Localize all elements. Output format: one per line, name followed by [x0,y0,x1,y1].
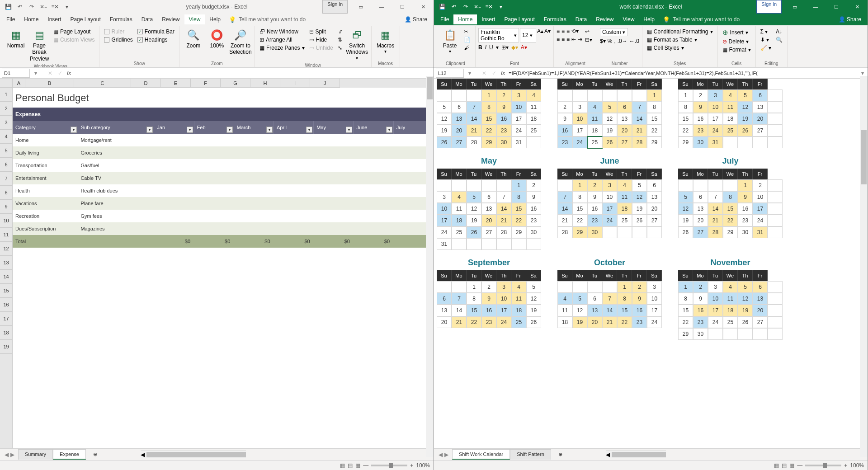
calendar-day[interactable]: 2 [481,281,496,293]
calendar-day[interactable]: 5 [467,191,481,203]
row-header[interactable]: 2 [0,102,12,116]
tab-insert[interactable]: Insert [43,14,66,24]
calendar-day[interactable]: 21 [632,125,647,136]
calendar-day[interactable]: 16 [481,305,496,316]
calendar-day[interactable]: 22 [481,125,496,136]
calendar-day[interactable]: 18 [511,305,526,316]
calendar-day[interactable]: 31 [708,136,723,148]
calendar-day[interactable]: 26 [738,125,753,136]
calendar-day[interactable]: 29 [511,226,526,238]
reset-position-icon[interactable]: ⤡ [336,44,345,52]
calendar-day[interactable]: 20 [647,203,662,215]
calendar-day[interactable]: 7 [632,101,647,113]
zoom-level[interactable]: 100% [416,462,430,469]
calendar-day[interactable]: 4 [452,191,467,203]
tab-insert[interactable]: Insert [477,14,500,24]
sync-scroll-icon[interactable]: ⇅ [336,36,345,43]
page-layout-button[interactable]: ▦ Page Layout [52,28,96,35]
calendar-day[interactable]: 28 [557,226,572,238]
row-header[interactable]: 8 [0,186,12,200]
calendar-day[interactable]: 10 [647,293,662,305]
formula-input[interactable] [507,69,858,78]
view-pagelayout-icon[interactable]: ▤ [348,462,353,469]
arrange-all-button[interactable]: ⊞ Arrange All [258,36,307,43]
calendar-day[interactable] [693,179,708,191]
decrease-font-icon[interactable]: A▾ [544,28,551,42]
calendar-day[interactable]: 19 [526,305,541,316]
calendar-day[interactable]: 30 [587,226,602,238]
calendar-day[interactable]: 21 [708,215,723,226]
clear-button[interactable]: 🧹 ▾ [759,44,773,52]
calendar-day[interactable]: 3 [572,101,587,113]
insert-cells-button[interactable]: ⊕ Insert ▾ [721,28,753,37]
calendar-day[interactable]: 15 [723,203,738,215]
ribbon-options-icon[interactable]: ▭ [784,0,805,14]
close-icon[interactable]: ✕ [847,0,868,14]
calendar-day[interactable]: 3 [437,191,452,203]
calendar-day[interactable]: 22 [647,125,662,136]
wrap-text-button[interactable]: ↩ [583,28,594,35]
sheet-nav-prev-icon[interactable]: ◀ [5,451,9,458]
formula-input[interactable] [73,69,434,78]
calendar-day[interactable] [647,226,662,238]
calendar-day[interactable]: 14 [496,203,511,215]
calendar-day[interactable] [632,89,647,101]
calendar-day[interactable]: 22 [617,316,632,328]
calendar-day[interactable]: 24 [647,316,662,328]
calendar-day[interactable]: 23 [526,215,541,226]
underline-button[interactable]: U [489,44,493,51]
calendar-day[interactable]: 2 [587,179,602,191]
calendar-day[interactable] [753,328,768,340]
horizontal-scrollbar[interactable]: ◀ [606,451,666,458]
fill-color-button[interactable]: ◆▾ [511,44,518,51]
enter-formula-icon[interactable]: ✓ [55,69,65,78]
filter-dropdown-icon[interactable]: ▾ [146,127,153,133]
calendar-day[interactable]: 16 [693,113,708,125]
calendar-day[interactable]: 5 [437,101,452,113]
calendar-day[interactable]: 3 [708,281,723,293]
calendar-day[interactable]: 1 [678,281,693,293]
calendar-day[interactable]: 9 [496,101,511,113]
calendar-day[interactable]: 5 [602,101,617,113]
calendar-day[interactable]: 8 [511,191,526,203]
macros-button[interactable]: ▦Macros▾ [374,28,397,55]
sign-in-button[interactable]: Sign in [756,0,782,14]
calendar-day[interactable]: 9 [738,191,753,203]
calendar-day[interactable]: 4 [526,89,541,101]
calendar-day[interactable]: 26 [602,136,617,148]
calendar-day[interactable]: 27 [481,226,496,238]
tab-help[interactable]: Help [639,14,659,24]
calendar-day[interactable]: 6 [587,293,602,305]
calendar-day[interactable]: 6 [617,101,632,113]
close-icon[interactable]: ✕ [413,0,434,14]
filter-dropdown-icon[interactable]: ▾ [226,127,233,133]
decrease-indent-icon[interactable]: ⇤ [571,36,576,42]
column-header[interactable]: G [221,79,250,88]
calendar-day[interactable] [768,89,783,101]
calendar-day[interactable]: 17 [437,215,452,226]
tab-file[interactable]: File [436,14,453,24]
calendar-day[interactable] [768,203,783,215]
tab-home[interactable]: Home [19,14,43,24]
calendar-day[interactable]: 19 [467,215,481,226]
ruler-checkbox[interactable]: Ruler [102,28,134,35]
qat-icon2[interactable]: ≡✕ [484,1,495,12]
calendar-day[interactable]: 4 [587,101,602,113]
calendar-day[interactable]: 18 [723,305,738,316]
calendar-day[interactable]: 1 [738,179,753,191]
calendar-day[interactable]: 19 [572,316,587,328]
align-center-icon[interactable]: ≡ [561,36,565,42]
calendar-day[interactable]: 27 [452,136,467,148]
calendar-day[interactable]: 30 [496,136,511,148]
calendar-day[interactable]: 26 [467,226,481,238]
row-header[interactable]: 5 [0,144,12,158]
calendar-day[interactable]: 29 [723,226,738,238]
calendar-day[interactable]: 28 [708,226,723,238]
calendar-day[interactable]: 18 [617,203,632,215]
calendar-day[interactable] [481,179,496,191]
calendar-day[interactable]: 24 [496,316,511,328]
zoom-button[interactable]: 🔍Zoom [182,28,205,50]
calendar-day[interactable]: 23 [481,316,496,328]
calendar-day[interactable]: 17 [511,113,526,125]
calendar-day[interactable]: 6 [693,191,708,203]
